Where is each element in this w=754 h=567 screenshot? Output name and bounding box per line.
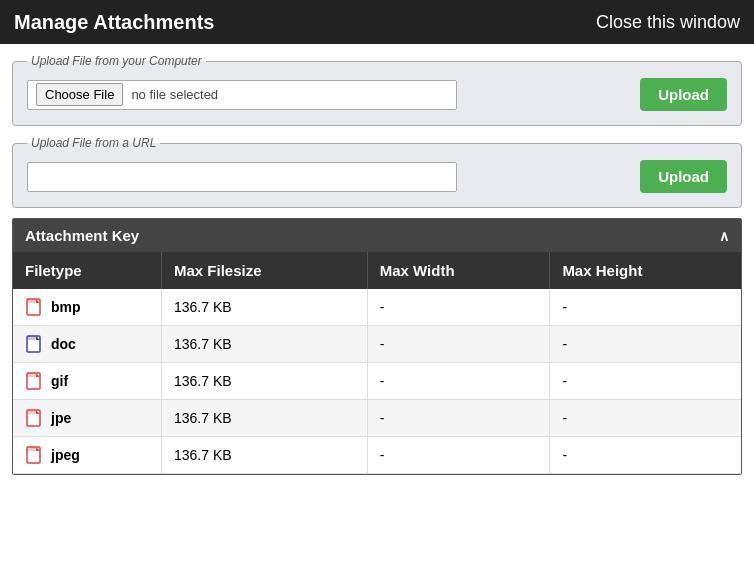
table-row: jpeg 136.7 KB-- — [13, 437, 741, 474]
cell-filesize: 136.7 KB — [161, 326, 367, 363]
table-header: Filetype Max Filesize Max Width Max Heig… — [13, 252, 741, 289]
svg-rect-9 — [27, 447, 36, 451]
upload-computer-row: Choose File no file selected Upload — [27, 78, 727, 111]
cell-filesize: 136.7 KB — [161, 289, 367, 326]
col-filesize: Max Filesize — [161, 252, 367, 289]
cell-max-height: - — [550, 400, 741, 437]
upload-url-section: Upload File from a URL Upload — [12, 136, 742, 208]
upload-computer-section: Upload File from your Computer Choose Fi… — [12, 54, 742, 126]
table-row: jpe 136.7 KB-- — [13, 400, 741, 437]
attachment-table: Filetype Max Filesize Max Width Max Heig… — [13, 252, 741, 474]
svg-rect-5 — [27, 373, 36, 377]
upload-url-row: Upload — [27, 160, 727, 193]
cell-max-width: - — [367, 400, 550, 437]
filetype-label: gif — [51, 373, 68, 389]
choose-file-button[interactable]: Choose File — [36, 83, 123, 106]
table-row: doc 136.7 KB-- — [13, 326, 741, 363]
svg-rect-3 — [27, 336, 36, 340]
table-row: bmp 136.7 KB-- — [13, 289, 741, 326]
upload-url-legend: Upload File from a URL — [27, 136, 160, 150]
close-window-button[interactable]: Close this window — [596, 12, 740, 33]
svg-rect-1 — [27, 299, 36, 303]
cell-filesize: 136.7 KB — [161, 400, 367, 437]
cell-filetype: jpe — [13, 400, 161, 437]
cell-max-width: - — [367, 326, 550, 363]
file-type-icon — [25, 334, 45, 354]
filetype-label: jpe — [51, 410, 71, 426]
cell-filetype: gif — [13, 363, 161, 400]
file-type-icon — [25, 297, 45, 317]
cell-max-width: - — [367, 363, 550, 400]
main-content: Upload File from your Computer Choose Fi… — [0, 44, 754, 485]
cell-max-height: - — [550, 437, 741, 474]
attachment-key-section: Attachment Key ∧ Filetype Max Filesize M… — [12, 218, 742, 475]
col-max-width: Max Width — [367, 252, 550, 289]
col-filetype: Filetype — [13, 252, 161, 289]
cell-max-width: - — [367, 289, 550, 326]
file-input-wrapper: Choose File no file selected — [27, 80, 457, 110]
url-input[interactable] — [27, 162, 457, 192]
attachment-key-header: Attachment Key ∧ — [13, 219, 741, 252]
col-max-height: Max Height — [550, 252, 741, 289]
cell-max-height: - — [550, 326, 741, 363]
cell-max-height: - — [550, 289, 741, 326]
cell-filesize: 136.7 KB — [161, 437, 367, 474]
upload-computer-button[interactable]: Upload — [640, 78, 727, 111]
svg-rect-7 — [27, 410, 36, 414]
no-file-label: no file selected — [131, 87, 218, 102]
upload-url-button[interactable]: Upload — [640, 160, 727, 193]
cell-max-height: - — [550, 363, 741, 400]
cell-filetype: bmp — [13, 289, 161, 326]
collapse-icon[interactable]: ∧ — [719, 228, 729, 244]
table-row: gif 136.7 KB-- — [13, 363, 741, 400]
cell-filetype: doc — [13, 326, 161, 363]
filetype-label: bmp — [51, 299, 81, 315]
table-body: bmp 136.7 KB-- doc 136.7 KB-- gif 136.7 … — [13, 289, 741, 474]
filetype-label: jpeg — [51, 447, 80, 463]
attachment-key-title: Attachment Key — [25, 227, 139, 244]
upload-computer-legend: Upload File from your Computer — [27, 54, 206, 68]
header: Manage Attachments Close this window — [0, 0, 754, 44]
cell-max-width: - — [367, 437, 550, 474]
filetype-label: doc — [51, 336, 76, 352]
cell-filesize: 136.7 KB — [161, 363, 367, 400]
file-type-icon — [25, 371, 45, 391]
file-type-icon — [25, 445, 45, 465]
file-type-icon — [25, 408, 45, 428]
page-title: Manage Attachments — [14, 11, 214, 34]
cell-filetype: jpeg — [13, 437, 161, 474]
